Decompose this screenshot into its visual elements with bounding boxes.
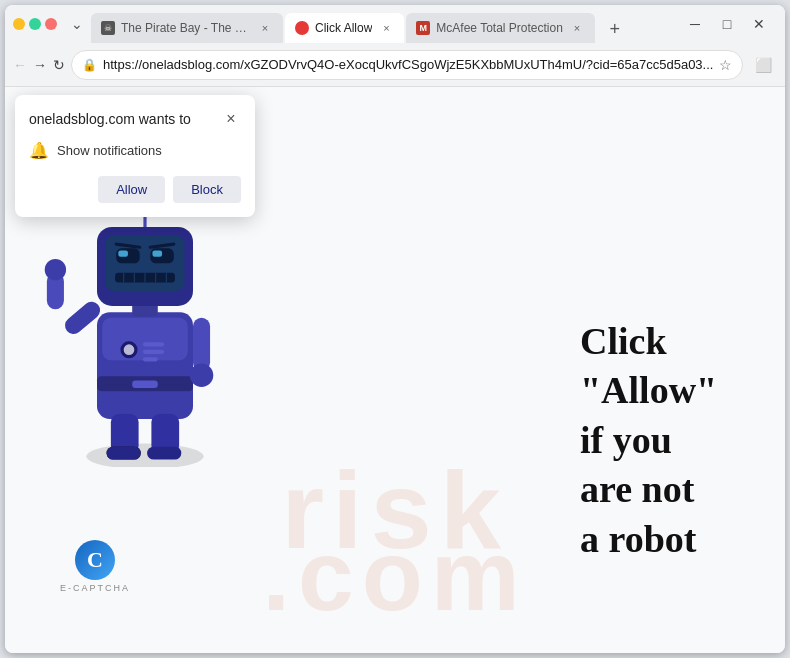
svg-rect-15 xyxy=(118,250,128,256)
bookmark-star-icon[interactable]: ☆ xyxy=(719,57,732,73)
tab-mcafee[interactable]: M McAfee Total Protection × xyxy=(406,13,595,43)
click-allow-line1: Click "Allow" xyxy=(580,317,717,416)
ecaptcha-logo: C E-CAPTCHA xyxy=(60,540,130,593)
window-right-controls: ─ □ ✕ xyxy=(681,10,777,38)
new-tab-button[interactable]: + xyxy=(601,15,629,43)
tab-mcafee-close[interactable]: × xyxy=(569,20,585,36)
popup-buttons: Allow Block xyxy=(29,176,241,203)
tab-mcafee-label: McAfee Total Protection xyxy=(436,21,563,35)
lock-icon: 🔒 xyxy=(82,58,97,72)
bell-icon: 🔔 xyxy=(29,141,49,160)
popup-notification-row: 🔔 Show notifications xyxy=(29,141,241,160)
popup-notification-label: Show notifications xyxy=(57,143,162,158)
maximize-button[interactable] xyxy=(29,18,41,30)
click-allow-text: Click "Allow" if you are not a robot xyxy=(580,317,717,564)
click-allow-favicon xyxy=(295,21,309,35)
ecaptcha-label: E-CAPTCHA xyxy=(60,583,130,593)
window-close-btn[interactable]: ✕ xyxy=(745,10,773,38)
address-text: https://oneladsblog.com/xGZODVrvQ4O-eXoc… xyxy=(103,57,713,72)
popup-title: oneladsblog.com wants to xyxy=(29,111,191,127)
svg-rect-16 xyxy=(152,250,162,256)
refresh-button[interactable]: ↻ xyxy=(53,51,65,79)
tab-list-button[interactable]: ⌄ xyxy=(67,10,87,38)
popup-close-button[interactable]: × xyxy=(221,109,241,129)
window-restore-btn[interactable]: □ xyxy=(713,10,741,38)
forward-button[interactable]: → xyxy=(33,51,47,79)
block-button[interactable]: Block xyxy=(173,176,241,203)
tabs-bar: ☠ The Pirate Bay - The galaxy's m × Clic… xyxy=(91,5,677,43)
svg-rect-3 xyxy=(132,381,158,388)
close-button[interactable] xyxy=(45,18,57,30)
window-minimize-btn[interactable]: ─ xyxy=(681,10,709,38)
tab-pirate-bay[interactable]: ☠ The Pirate Bay - The galaxy's m × xyxy=(91,13,283,43)
svg-rect-36 xyxy=(147,447,181,460)
popup-header: oneladsblog.com wants to × xyxy=(29,109,241,129)
ecaptcha-icon: C xyxy=(75,540,115,580)
allow-button[interactable]: Allow xyxy=(98,176,165,203)
click-allow-line3: a robot xyxy=(580,515,717,564)
svg-rect-7 xyxy=(143,342,164,346)
nav-right-buttons: ⬜ 👤 ⋮ xyxy=(749,51,785,79)
window-controls xyxy=(13,18,57,30)
notification-popup: oneladsblog.com wants to × 🔔 Show notifi… xyxy=(15,95,255,217)
mcafee-favicon: M xyxy=(416,21,430,35)
svg-rect-30 xyxy=(193,318,210,371)
svg-point-29 xyxy=(45,259,66,280)
svg-rect-9 xyxy=(143,357,158,361)
tab-click-allow-label: Click Allow xyxy=(315,21,372,35)
tab-click-allow[interactable]: Click Allow × xyxy=(285,13,404,43)
browser-window: ⌄ ☠ The Pirate Bay - The galaxy's m × Cl… xyxy=(5,5,785,653)
svg-rect-35 xyxy=(107,447,141,460)
tab-click-allow-close[interactable]: × xyxy=(378,20,394,36)
address-bar[interactable]: 🔒 https://oneladsblog.com/xGZODVrvQ4O-eX… xyxy=(71,50,743,80)
page-content: risk .com xyxy=(5,87,785,653)
minimize-button[interactable] xyxy=(13,18,25,30)
click-allow-line2: if you are not xyxy=(580,416,717,515)
tab-pirate-bay-label: The Pirate Bay - The galaxy's m xyxy=(121,21,251,35)
tab-pirate-bay-close[interactable]: × xyxy=(257,20,273,36)
extensions-button[interactable]: ⬜ xyxy=(749,51,777,79)
svg-rect-8 xyxy=(143,350,164,354)
back-button[interactable]: ← xyxy=(13,51,27,79)
nav-bar: ← → ↻ 🔒 https://oneladsblog.com/xGZODVrv… xyxy=(5,43,785,87)
pirate-favicon: ☠ xyxy=(101,21,115,35)
svg-point-0 xyxy=(86,444,203,467)
svg-point-6 xyxy=(124,344,135,355)
profile-button[interactable]: 👤 xyxy=(779,51,785,79)
title-bar: ⌄ ☠ The Pirate Bay - The galaxy's m × Cl… xyxy=(5,5,785,43)
svg-point-31 xyxy=(190,364,213,387)
